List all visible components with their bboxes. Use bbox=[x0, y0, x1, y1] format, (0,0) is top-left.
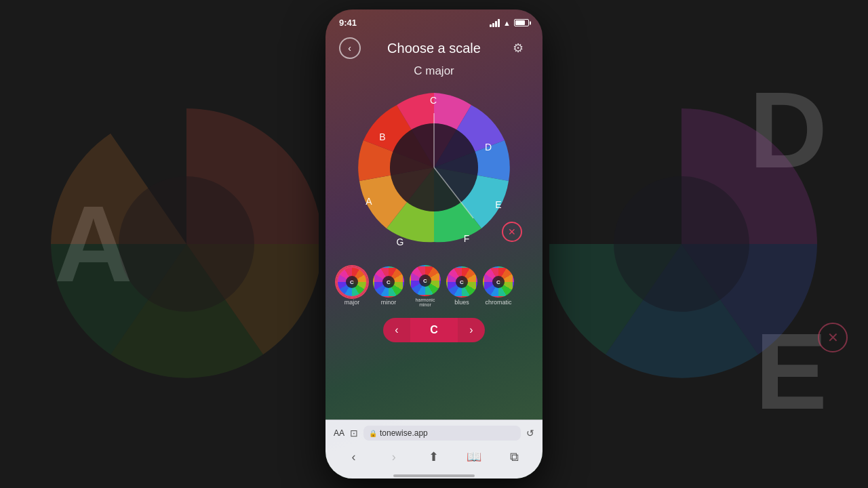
nav-back-icon: ‹ bbox=[352, 450, 356, 464]
nav-forward-icon: › bbox=[392, 450, 396, 464]
nav-back-button[interactable]: ‹ bbox=[343, 447, 365, 466]
preset-minor-label: minor bbox=[381, 299, 397, 306]
status-icons: ▲ bbox=[490, 19, 529, 27]
svg-point-1 bbox=[614, 176, 749, 312]
nav-forward-button[interactable]: › bbox=[383, 447, 405, 466]
svg-point-0 bbox=[119, 176, 254, 312]
signal-icon bbox=[490, 19, 500, 27]
preset-harmonic[interactable]: C harmonicminor bbox=[410, 265, 441, 307]
preset-minor[interactable]: C minor bbox=[373, 266, 404, 306]
scale-name: C major bbox=[326, 62, 542, 86]
bookmarks-button[interactable]: 📖 bbox=[463, 447, 485, 466]
preset-harmonic-letter: C bbox=[423, 278, 427, 284]
preset-blues-label: blues bbox=[454, 299, 469, 306]
share-button[interactable]: ⬆ bbox=[423, 447, 445, 466]
gear-icon: ⚙ bbox=[513, 41, 524, 56]
preset-chromatic-letter: C bbox=[496, 279, 500, 285]
tabs-icon: ⧉ bbox=[510, 450, 519, 464]
preset-harmonic-label: harmonicminor bbox=[416, 298, 435, 307]
preset-chromatic[interactable]: C chromatic bbox=[483, 266, 514, 306]
bg-right-panel: D E ✕ bbox=[549, 0, 868, 488]
preset-blues-circle: C bbox=[446, 266, 477, 298]
text-size-control[interactable]: AA bbox=[334, 428, 344, 438]
reload-icon[interactable]: ↺ bbox=[526, 428, 534, 439]
color-wheel[interactable]: C D E F G A B bbox=[353, 86, 515, 249]
note-display: C bbox=[410, 318, 458, 342]
color-wheel-container: C D E F G A B ✕ bbox=[353, 86, 515, 249]
tabs-button[interactable]: ⧉ bbox=[503, 447, 525, 466]
svg-text:C: C bbox=[430, 95, 437, 106]
svg-text:D: D bbox=[485, 142, 492, 152]
preset-minor-circle: C bbox=[373, 266, 404, 298]
browser-bar: AA ⊡ 🔒 tonewise.app ↺ ‹ › ⬆ 📖 ⧉ bbox=[326, 420, 542, 479]
svg-text:F: F bbox=[464, 233, 470, 244]
chevron-left-icon: ‹ bbox=[395, 324, 398, 336]
close-icon: ✕ bbox=[508, 226, 516, 237]
browser-navigation: ‹ › ⬆ 📖 ⧉ bbox=[326, 445, 542, 472]
preset-major[interactable]: C major bbox=[336, 266, 368, 306]
phone-frame: 9:41 ▲ ‹ Choose a scale ⚙ C major bbox=[326, 9, 542, 479]
wifi-icon: ▲ bbox=[503, 19, 511, 27]
close-button[interactable]: ✕ bbox=[502, 222, 522, 242]
url-bar: AA ⊡ 🔒 tonewise.app ↺ bbox=[326, 420, 542, 445]
preset-chromatic-circle: C bbox=[483, 266, 514, 298]
url-field[interactable]: 🔒 tonewise.app bbox=[363, 426, 521, 441]
preset-chromatic-label: chromatic bbox=[485, 299, 511, 306]
preset-major-label: major bbox=[344, 299, 360, 306]
note-next-button[interactable]: › bbox=[458, 318, 485, 342]
share-icon: ⬆ bbox=[429, 449, 439, 464]
preset-harmonic-circle: C bbox=[410, 265, 441, 296]
time-display: 9:41 bbox=[339, 18, 357, 28]
note-prev-button[interactable]: ‹ bbox=[383, 318, 410, 342]
url-text: tonewise.app bbox=[380, 428, 428, 438]
home-indicator bbox=[393, 474, 475, 477]
back-button[interactable]: ‹ bbox=[339, 37, 361, 59]
preset-blues-letter: C bbox=[460, 279, 464, 285]
preset-major-letter: C bbox=[350, 279, 354, 285]
preset-minor-letter: C bbox=[387, 279, 391, 285]
preset-blues[interactable]: C blues bbox=[446, 266, 477, 306]
status-bar: 9:41 ▲ bbox=[326, 9, 542, 32]
chevron-right-icon: › bbox=[469, 324, 473, 336]
note-selector: ‹ C › bbox=[383, 318, 485, 342]
bookmarks-icon: 📖 bbox=[467, 449, 481, 464]
svg-text:G: G bbox=[397, 237, 404, 247]
preset-major-circle: C bbox=[336, 266, 368, 298]
presets-row: C major C minor C harmonicminor bbox=[326, 257, 542, 312]
current-note: C bbox=[430, 324, 438, 336]
battery-icon bbox=[514, 19, 529, 26]
translate-icon[interactable]: ⊡ bbox=[350, 428, 358, 439]
svg-text:B: B bbox=[379, 131, 385, 142]
bg-left-panel: A bbox=[0, 0, 319, 488]
page-title: Choose a scale bbox=[361, 41, 507, 56]
bg-close-icon: ✕ bbox=[818, 323, 848, 352]
header: ‹ Choose a scale ⚙ bbox=[326, 32, 542, 62]
svg-text:A: A bbox=[366, 196, 372, 207]
back-arrow-icon: ‹ bbox=[348, 43, 351, 54]
svg-text:E: E bbox=[495, 199, 501, 210]
settings-button[interactable]: ⚙ bbox=[507, 37, 529, 59]
lock-icon: 🔒 bbox=[369, 430, 377, 437]
